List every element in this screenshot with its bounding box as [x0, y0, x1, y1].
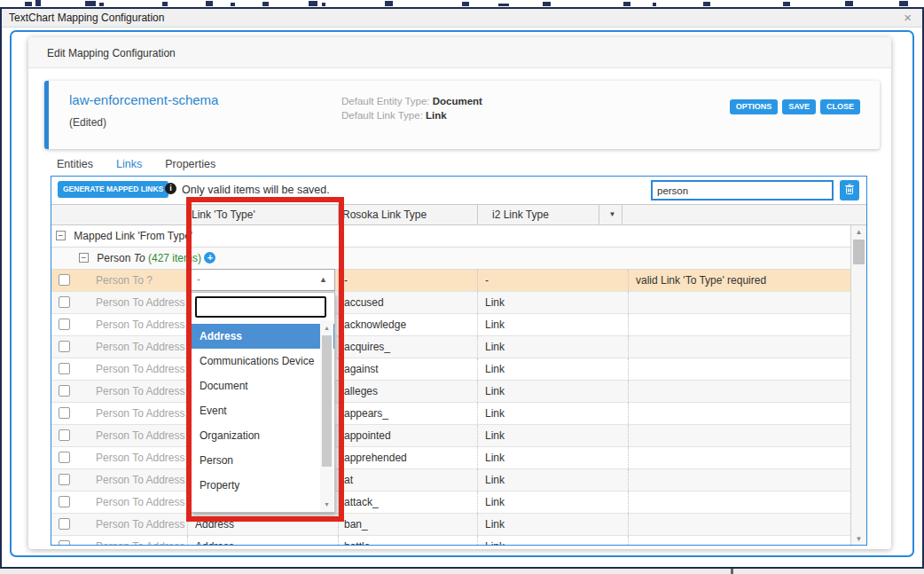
- scroll-down-icon[interactable]: ▼: [851, 533, 866, 546]
- dropdown-search-input[interactable]: [195, 296, 326, 318]
- clear-search-button[interactable]: [840, 180, 859, 201]
- toolbar-icon-fragment: [899, 1, 908, 6]
- row-checkbox[interactable]: [59, 318, 70, 330]
- toolbar-icon-fragment: [206, 1, 213, 6]
- toolbar-icon-fragment: [623, 2, 630, 6]
- table-scrollbar[interactable]: ▲ ▼: [850, 225, 866, 546]
- table-row: Person To AddressAddressban_Link: [51, 514, 866, 536]
- row-message-cell: [628, 336, 866, 358]
- group-item-count: (427 items): [148, 252, 201, 264]
- row-i2-cell: Link: [477, 425, 628, 446]
- group-label: Mapped Link 'From Type': [74, 230, 192, 242]
- dropdown-item-communications-device[interactable]: Communications Device: [192, 349, 334, 373]
- row-checkbox[interactable]: [59, 385, 70, 397]
- row-checkbox[interactable]: [59, 518, 70, 530]
- schema-name-link[interactable]: law-enforcement-schema: [69, 92, 218, 107]
- collapse-icon[interactable]: −: [79, 253, 89, 263]
- links-table-container: GENERATE MAPPED LINKS i Only valid items…: [51, 176, 867, 546]
- row-checkbox[interactable]: [59, 496, 70, 507]
- screen: TextChart Mapping Configuration × Edit M…: [0, 0, 924, 574]
- scrollbar-thumb[interactable]: [322, 335, 332, 467]
- dropdown-item-event[interactable]: Event: [192, 398, 334, 423]
- search-input[interactable]: [651, 180, 834, 201]
- tab-links[interactable]: Links: [114, 155, 144, 177]
- row-checkbox[interactable]: [59, 296, 70, 308]
- row-message-cell: [628, 314, 866, 335]
- scroll-up-icon[interactable]: ▲: [320, 322, 333, 334]
- row-i2-cell: Link: [477, 336, 628, 358]
- generate-mapped-links-button[interactable]: GENERATE MAPPED LINKS: [58, 181, 168, 198]
- close-icon[interactable]: ×: [904, 9, 912, 27]
- row-label: Person To Address: [96, 425, 187, 446]
- browser-toolbar-remnant: [0, 0, 924, 7]
- tab-entities[interactable]: Entities: [55, 155, 95, 177]
- schema-buttons: OPTIONS SAVE CLOSE: [730, 99, 860, 114]
- select-open-arrow-icon: ▲: [319, 270, 327, 290]
- row-label: Person To ?: [96, 270, 187, 291]
- table-row: Person To AddressapprehendedLink: [51, 447, 866, 469]
- dialog-title: TextChart Mapping Configuration: [9, 12, 164, 24]
- row-checkbox[interactable]: [59, 429, 70, 441]
- row-rosoka-cell: acknowledge: [338, 314, 477, 335]
- tab-properties[interactable]: Properties: [163, 155, 217, 177]
- row-label: Person To Address: [96, 403, 187, 424]
- row-rosoka-cell: accused: [338, 292, 477, 313]
- mapping-tabs: Entities Links Properties: [55, 155, 237, 177]
- row-validation-message: valid Link 'To Type' required: [628, 270, 866, 291]
- table-row: Person To AddressallegesLink: [51, 381, 866, 403]
- row-rosoka-cell: acquires_: [338, 336, 477, 358]
- row-checkbox[interactable]: [59, 363, 70, 374]
- add-icon[interactable]: +: [204, 252, 215, 263]
- textchart-mapping-dialog: TextChart Mapping Configuration × Edit M…: [0, 7, 924, 569]
- row-checkbox[interactable]: [59, 452, 70, 463]
- row-i2-cell: Link: [477, 292, 628, 313]
- table-body: − Mapped Link 'From Type' − Person To (4…: [51, 225, 866, 546]
- toolbar-icon-fragment: [25, 2, 32, 6]
- options-button[interactable]: OPTIONS: [730, 99, 779, 114]
- table-row: Person To AddressacknowledgeLink: [51, 314, 866, 336]
- toolbar-icon-fragment: [262, 2, 269, 6]
- i2-link-type-filter-button[interactable]: ▼: [599, 205, 623, 224]
- row-checkbox[interactable]: [59, 274, 70, 286]
- scrollbar-thumb[interactable]: [853, 240, 865, 264]
- close-button[interactable]: CLOSE: [820, 99, 860, 114]
- row-label: Person To Address: [96, 447, 187, 468]
- toolbar-icon-fragment: [462, 2, 469, 6]
- row-label: Person To Address: [96, 469, 187, 491]
- row-label: Person To Address: [96, 358, 187, 380]
- row-checkbox[interactable]: [59, 540, 70, 546]
- dropdown-item-property[interactable]: Property: [192, 473, 334, 498]
- toolbar-icon-fragment: [783, 2, 790, 6]
- scroll-down-icon[interactable]: ▼: [320, 499, 333, 510]
- dropdown-item-person[interactable]: Person: [192, 448, 334, 473]
- toolbar-icon-fragment: [309, 1, 317, 6]
- default-entity-type: Default Entity Type: Document: [341, 94, 482, 108]
- dropdown-list: AddressCommunications DeviceDocumentEven…: [192, 320, 334, 512]
- save-button[interactable]: SAVE: [782, 99, 816, 114]
- default-link-type-label: Default Link Type:: [341, 110, 423, 121]
- table-row: Person To Addressattack_Link: [51, 491, 866, 514]
- link-to-type-select[interactable]: - ▲: [189, 269, 335, 291]
- row-checkbox[interactable]: [59, 474, 70, 485]
- toolbar-icon-fragment: [703, 2, 710, 6]
- card-header-title: Edit Mapping Configuration: [47, 47, 176, 59]
- dropdown-scrollbar[interactable]: ▲ ▼: [320, 320, 333, 512]
- dropdown-item-address[interactable]: Address: [192, 324, 334, 349]
- dropdown-item-document[interactable]: Document: [192, 373, 334, 398]
- row-to-type-cell[interactable]: Address: [187, 514, 338, 535]
- row-message-cell: [628, 469, 866, 491]
- collapse-icon[interactable]: −: [56, 231, 66, 240]
- row-i2-cell: Link: [477, 514, 628, 535]
- row-checkbox[interactable]: [59, 407, 70, 419]
- dropdown-item-organization[interactable]: Organization: [192, 423, 334, 448]
- toolbar-icon-fragment: [231, 3, 235, 6]
- scroll-up-icon[interactable]: ▲: [851, 226, 866, 239]
- info-text: Only valid items will be saved.: [182, 184, 330, 196]
- page-bottom-mark: [731, 569, 733, 574]
- row-rosoka-cell: alleges: [338, 381, 477, 402]
- link-to-type-dropdown: AddressCommunications DeviceDocumentEven…: [190, 292, 335, 513]
- row-checkbox[interactable]: [59, 341, 70, 352]
- row-i2-cell: Link: [477, 491, 628, 513]
- table-row: Person To AddressagainstLink: [51, 358, 866, 381]
- row-to-type-cell[interactable]: Address: [187, 536, 338, 546]
